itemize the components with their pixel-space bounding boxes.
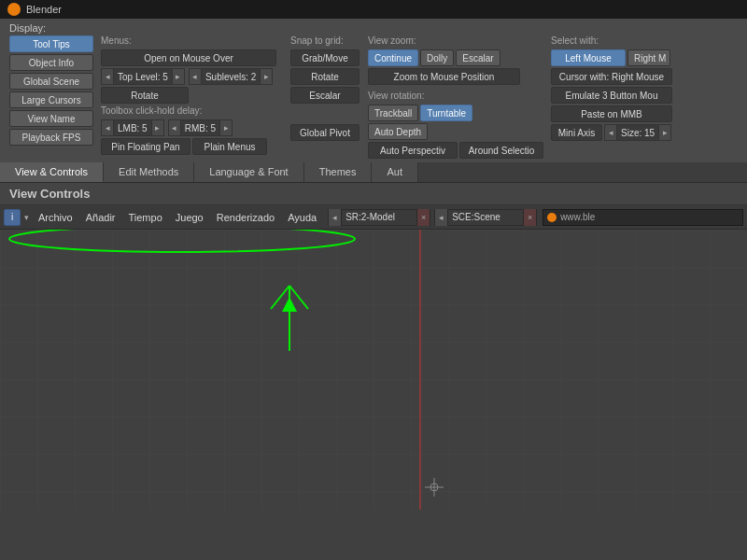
pin-floating-pan-btn[interactable]: Pin Floating Pan [101,138,190,155]
blender-icon [7,3,21,16]
viewname-btn[interactable]: View Name [9,110,93,127]
display-column: Tool Tips Object Info Global Scene Large… [9,35,93,159]
top-level-stepper[interactable]: ◂ Top Level: 5 ▸ [101,68,185,85]
dolly-btn[interactable]: Dolly [420,49,454,66]
globalscene-btn[interactable]: Global Scene [9,73,93,90]
menu-tiempo[interactable]: Tiempo [122,210,167,225]
plain-menus-btn[interactable]: Plain Menus [192,138,267,155]
info-btn[interactable]: i [4,209,21,226]
size-left[interactable]: ◂ [604,124,617,141]
lmb-val: LMB: 5 [114,119,151,136]
rmb-right[interactable]: ▸ [219,119,233,136]
lmb-right[interactable]: ▸ [151,119,164,136]
select-label: Select with: [551,35,738,46]
cursor-with-btn[interactable]: Cursor with: Right Mouse [551,68,672,85]
tab-language-font[interactable]: Language & Font [194,162,303,182]
rotation-extra-row: Auto Perspectiv Around Selectio [368,142,543,159]
lmb-stepper[interactable]: ◂ LMB: 5 ▸ [101,119,164,136]
menu-collapse-arrow[interactable]: ▾ [22,213,31,222]
menu-juego[interactable]: Juego [170,210,209,225]
global-pivot-btn[interactable]: Global Pivot [290,124,359,141]
rotation-opts-row: Auto Depth [368,123,543,140]
scene-close-btn[interactable]: × [416,209,430,226]
sce-close-btn[interactable]: × [523,209,536,226]
blender-dot [547,213,557,222]
emulate-3button-btn[interactable]: Emulate 3 Button Mou [551,87,672,104]
size-val: Size: 15 [617,124,658,141]
largecursors-btn[interactable]: Large Cursors [9,91,93,108]
turntable-btn[interactable]: Turntable [420,105,472,121]
menu-archivo[interactable]: Archivo [33,210,78,225]
snap-rotate-btn[interactable]: Rotate [290,68,359,85]
continue-btn[interactable]: Continue [368,49,418,66]
auto-depth-btn[interactable]: Auto Depth [368,123,428,140]
sce-value: SCE:Scene [448,212,523,222]
sce-arrow-left[interactable]: ◂ [435,209,448,226]
around-selectio-btn[interactable]: Around Selectio [459,142,543,159]
zoom-label: View zoom: [368,35,543,46]
sublevels-val: Sublevels: 2 [202,68,260,85]
top-level-left[interactable]: ◂ [101,68,114,85]
rotate-btn[interactable]: Rotate [101,87,189,104]
rmb-left[interactable]: ◂ [168,119,181,136]
auto-perspectiv-btn[interactable]: Auto Perspectiv [368,142,458,159]
zoom-column: View zoom: Continue Dolly Escalar Zoom t… [368,35,543,159]
objectinfo-btn[interactable]: Object Info [9,54,93,71]
tab-edit-methods[interactable]: Edit Methods [104,162,194,182]
view-controls-label: View Controls [9,187,90,201]
tab-view-controls[interactable]: View & Controls [0,162,104,182]
menu-ayuda[interactable]: Ayuda [282,210,322,225]
scene-arrow-left[interactable]: ◂ [329,209,342,226]
sublevels-right[interactable]: ▸ [260,68,273,85]
mini-axis-row: Mini Axis ◂ Size: 15 ▸ [551,124,738,141]
sublevels-stepper[interactable]: ◂ Sublevels: 2 ▸ [189,68,273,85]
tabs-row: View & Controls Edit Methods Language & … [0,162,747,183]
viewport [0,230,747,560]
clickhold-label: Toolbox click-hold delay: [101,105,283,116]
grid-svg [0,230,747,510]
scene-value: SR:2-Model [342,212,416,222]
sublevels-left[interactable]: ◂ [189,68,202,85]
top-level-row: ◂ Top Level: 5 ▸ ◂ Sublevels: 2 ▸ [101,68,283,85]
url-text: www.ble [560,212,595,222]
menus-column: Menus: Open on Mouse Over ◂ Top Level: 5… [101,35,283,159]
sce-selector[interactable]: ◂ SCE:Scene × [434,209,537,226]
open-on-mouse-over-btn[interactable]: Open on Mouse Over [101,49,276,66]
menus-label: Menus: [101,35,283,46]
snap-escalar-btn[interactable]: Escalar [290,87,359,104]
tab-themes[interactable]: Themes [304,162,373,182]
lmb-rmb-row: ◂ LMB: 5 ▸ ◂ RMB: 5 ▸ [101,119,283,136]
rotation-type-row: Trackball Turntable [368,105,543,121]
select-column: Select with: Left Mouse Right M Cursor w… [551,35,738,159]
tooltips-btn[interactable]: Tool Tips [9,35,93,52]
playbackfps-btn[interactable]: Playback FPS [9,129,93,146]
url-bar: www.ble [543,209,743,226]
right-mouse-btn[interactable]: Right M [627,49,670,66]
lmb-left[interactable]: ◂ [101,119,114,136]
pin-plain-row: Pin Floating Pan Plain Menus [101,138,283,155]
rmb-val: RMB: 5 [181,119,219,136]
select-mouse-row: Left Mouse Right M [551,49,738,66]
top-level-right[interactable]: ▸ [172,68,185,85]
zoom-escalar-btn[interactable]: Escalar [456,49,500,66]
rmb-stepper[interactable]: ◂ RMB: 5 ▸ [168,119,233,136]
app-title: Blender [26,4,62,15]
grab-move-btn[interactable]: Grab/Move [290,49,359,66]
menu-bar: i ▾ Archivo Añadir Tiempo Juego Renderiz… [0,205,747,230]
zoom-to-mouse-btn[interactable]: Zoom to Mouse Position [368,68,520,85]
mini-axis-btn[interactable]: Mini Axis [551,124,602,141]
size-right[interactable]: ▸ [658,124,671,141]
menu-anadir[interactable]: Añadir [80,210,121,225]
display-label: Display: [9,22,46,34]
scene-selector[interactable]: ◂ SR:2-Model × [328,209,430,226]
crosshair-svg [425,478,444,497]
size-stepper[interactable]: ◂ Size: 15 ▸ [604,124,671,141]
left-mouse-btn[interactable]: Left Mouse [551,49,626,66]
tab-aut[interactable]: Aut [372,162,418,182]
menu-renderizado[interactable]: Renderizado [211,210,280,225]
trackball-btn[interactable]: Trackball [368,105,418,121]
top-level-val: Top Level: 5 [114,68,172,85]
title-bar: Blender [0,0,747,19]
paste-on-mmb-btn[interactable]: Paste on MMB [551,105,672,122]
snap-column: Snap to grid: Grab/Move Rotate Escalar G… [290,35,360,159]
